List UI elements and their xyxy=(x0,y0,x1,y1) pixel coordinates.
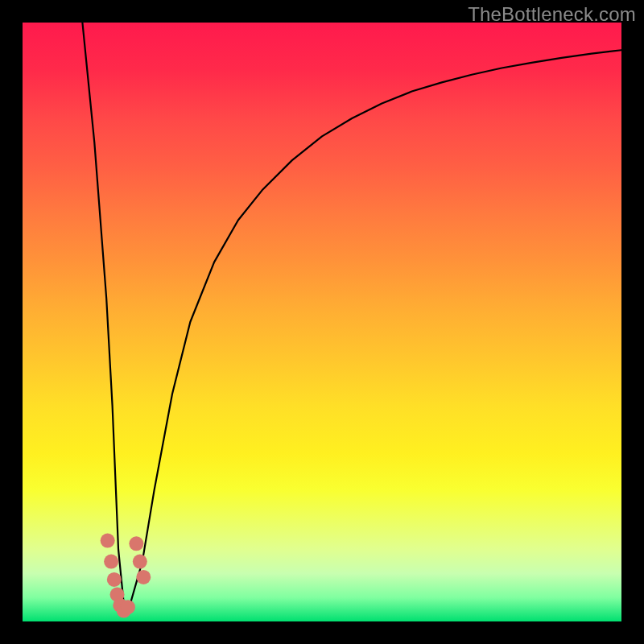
highlighted-points xyxy=(101,534,151,618)
plot-area xyxy=(23,23,621,621)
marker-dot xyxy=(129,536,143,551)
marker-dot xyxy=(113,598,127,613)
outer-frame: TheBottleneck.com xyxy=(0,0,644,644)
marker-dot xyxy=(110,588,125,602)
bottleneck-curve xyxy=(82,23,621,609)
marker-dot xyxy=(117,604,131,618)
marker-dot xyxy=(121,600,135,614)
marker-dot xyxy=(101,534,115,548)
marker-dot xyxy=(133,555,147,569)
marker-dot xyxy=(107,572,122,587)
chart-svg xyxy=(23,23,621,621)
marker-dot xyxy=(104,555,118,569)
marker-dot xyxy=(136,570,151,584)
